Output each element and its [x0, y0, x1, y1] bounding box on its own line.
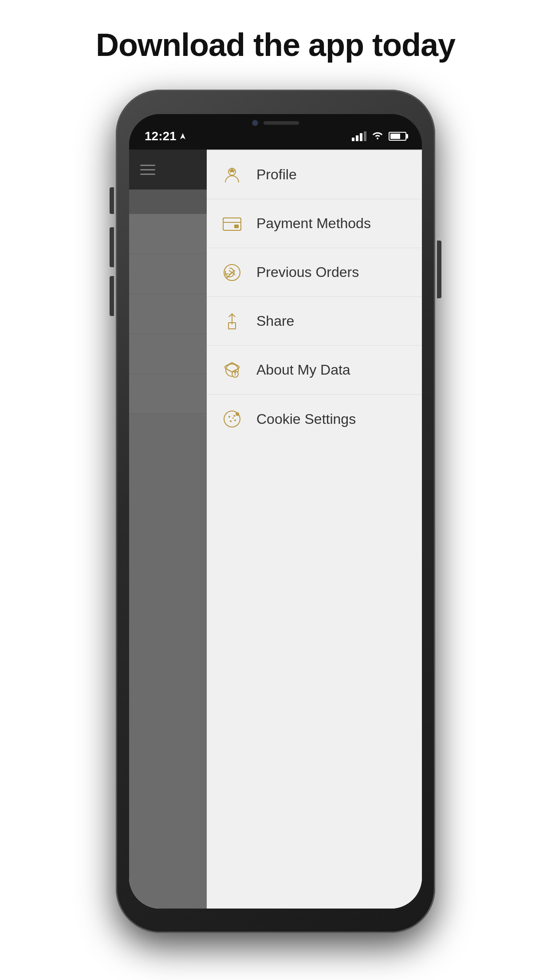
profile-icon	[220, 163, 244, 187]
drawer-sidebar-bg	[129, 150, 207, 909]
speaker	[264, 121, 299, 125]
svg-point-18	[230, 420, 232, 422]
drawer-overlay: Profile Payment Methods	[129, 150, 422, 909]
page-title: Download the app today	[96, 27, 455, 63]
front-camera	[252, 120, 258, 126]
drawer-item-data[interactable]: About My Data	[207, 346, 422, 395]
profile-label: Profile	[256, 166, 297, 183]
svg-point-14	[235, 372, 236, 373]
volume-up-button	[110, 227, 114, 267]
drawer-panel: Profile Payment Methods	[207, 150, 422, 909]
svg-point-17	[233, 415, 235, 417]
data-label: About My Data	[256, 362, 350, 378]
drawer-item-cookies[interactable]: Cookie Settings	[207, 395, 422, 443]
svg-point-16	[228, 416, 230, 418]
share-label: Share	[256, 313, 294, 329]
svg-rect-2	[223, 218, 241, 230]
power-button	[437, 241, 441, 298]
cookies-label: Cookie Settings	[256, 411, 356, 427]
orders-label: Previous Orders	[256, 264, 359, 281]
battery-icon	[389, 132, 406, 141]
mute-button	[110, 187, 114, 214]
svg-rect-1	[223, 218, 241, 230]
location-arrow-icon	[179, 132, 186, 140]
wifi-icon	[372, 130, 383, 142]
share-icon	[220, 309, 244, 333]
drawer-item-orders[interactable]: Previous Orders	[207, 248, 422, 297]
signal-icon	[352, 131, 366, 141]
wallet-icon	[220, 212, 244, 236]
svg-rect-4	[234, 225, 239, 228]
phone-body: 12:21	[116, 90, 435, 933]
payment-label: Payment Methods	[256, 215, 371, 232]
status-time: 12:21	[145, 129, 186, 143]
orders-icon	[220, 261, 244, 285]
drawer-item-share[interactable]: Share	[207, 297, 422, 346]
svg-point-19	[234, 419, 236, 421]
data-icon	[220, 358, 244, 382]
drawer-item-profile[interactable]: Profile	[207, 150, 422, 199]
drawer-item-payment[interactable]: Payment Methods	[207, 199, 422, 248]
svg-point-20	[232, 418, 234, 419]
notch	[236, 114, 315, 132]
status-icons	[352, 130, 406, 142]
phone-mockup: 12:21	[116, 90, 435, 933]
cookie-icon	[220, 407, 244, 431]
phone-screen: 12:21	[129, 114, 422, 909]
volume-down-button	[110, 276, 114, 316]
